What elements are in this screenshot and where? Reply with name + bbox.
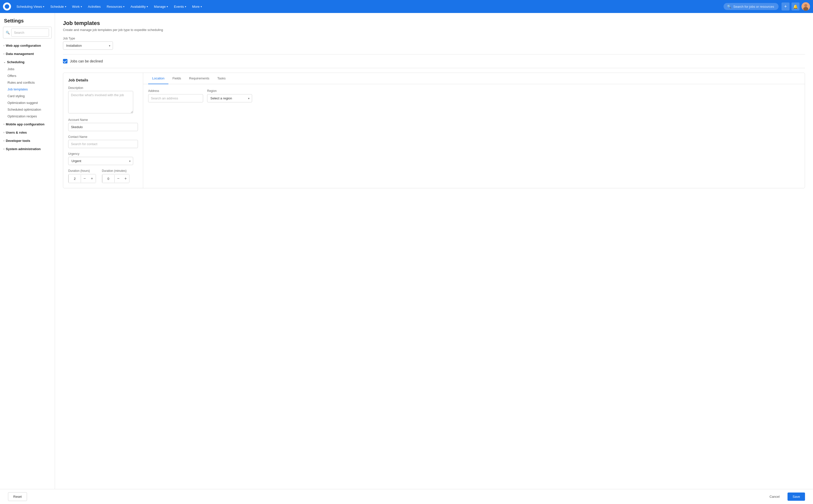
sidebar-title: Settings [0,13,55,27]
duration-hours-field: Duration (hours) 2 − + [68,169,96,183]
nav-activities[interactable]: Activities [85,3,103,10]
nav-work[interactable]: Work ▾ [70,3,84,10]
address-region-row: Address Region Select a region [148,89,800,102]
duration-minutes-increment[interactable]: + [122,174,129,183]
nav-more[interactable]: More ▾ [190,3,204,10]
global-search[interactable]: 🔍 Search for jobs or resources [724,3,779,10]
sidebar-item-web-app-configuration[interactable]: › Web app configuration [0,42,55,49]
account-name-input[interactable] [68,123,138,131]
contact-name-input[interactable] [68,140,138,148]
footer-right: Cancel Save [765,493,805,501]
tab-location[interactable]: Location [148,73,168,84]
page-footer: Reset Cancel Save [0,489,813,504]
main-content: Job templates Create and manage job temp… [55,13,813,504]
chevron-down-icon: ▾ [185,5,186,8]
job-details-card: Job Details Description Account Name Con… [63,73,805,188]
card-right-panel: Location Fields Requirements Tasks Addre… [143,73,805,188]
nav-scheduling-views[interactable]: Scheduling Views ▾ [14,3,47,10]
svg-point-1 [804,4,807,7]
sidebar-item-scheduled-optimization[interactable]: Scheduled optimization [0,106,55,113]
card-tabs: Location Fields Requirements Tasks [143,73,805,84]
sidebar-group-web-app: › Web app configuration [0,41,55,50]
sidebar-item-optimization-suggest[interactable]: Optimization suggest [0,99,55,106]
cancel-button[interactable]: Cancel [765,493,785,501]
chevron-right-icon: › [3,44,4,47]
duration-minutes-value: 0 [102,175,115,183]
sidebar-item-optimization-recipes[interactable]: Optimization recipes [0,113,55,120]
search-icon: 🔍 [6,31,10,34]
nav-resources[interactable]: Resources ▾ [104,3,127,10]
sidebar: Settings 🔍 › Web app configuration › Dat… [0,13,55,504]
urgency-label: Urgency [68,152,138,156]
region-label: Region [207,89,252,93]
card-left-panel: Job Details Description Account Name Con… [63,73,143,188]
nav-manage[interactable]: Manage ▾ [151,3,170,10]
sidebar-search-container: 🔍 [3,27,52,38]
chevron-down-icon: ▾ [201,5,202,8]
avatar[interactable] [802,2,810,11]
region-field: Region Select a region ▾ [207,89,252,102]
address-input[interactable] [148,94,203,102]
chevron-down-icon: ⌄ [3,61,5,63]
duration-minutes-decrement[interactable]: − [115,174,122,183]
duration-hours-decrement[interactable]: − [81,174,88,183]
save-button[interactable]: Save [788,493,805,501]
sidebar-item-offers[interactable]: Offers [0,72,55,79]
sidebar-group-mobile-app: › Mobile app configuration [0,120,55,128]
app-logo[interactable] [3,2,11,10]
page-subtitle: Create and manage job templates per job … [63,28,805,32]
sidebar-search-input[interactable] [11,28,49,37]
duration-hours-label: Duration (hours) [68,169,96,173]
sidebar-item-scheduling[interactable]: ⌄ Scheduling [0,58,55,66]
address-label: Address [148,89,203,93]
reset-button[interactable]: Reset [8,492,27,501]
duration-hours-increment[interactable]: + [88,174,95,183]
sidebar-item-mobile-app-configuration[interactable]: › Mobile app configuration [0,121,55,128]
sidebar-item-job-templates[interactable]: Job templates [0,86,55,93]
duration-minutes-field: Duration (minutes) 0 − + [102,169,130,183]
nav-availability[interactable]: Availability ▾ [128,3,150,10]
chevron-right-icon: › [3,123,4,126]
urgency-select-wrapper: Urgent Normal Low ▾ [68,157,133,165]
chevron-right-icon: › [3,139,4,142]
sidebar-item-rules-conflicts[interactable]: Rules and conflicts [0,79,55,86]
add-button[interactable]: + [782,2,790,10]
jobs-declined-label: Jobs can be declined [70,59,103,63]
jobs-declined-checkbox[interactable] [63,59,67,63]
tab-tasks[interactable]: Tasks [213,73,230,84]
chevron-down-icon: ▾ [43,5,44,8]
job-type-field: Job Type Installation Maintenance Inspec… [63,37,805,50]
navbar-actions: + 🔔 [782,2,810,11]
description-label: Description [68,86,138,90]
chevron-down-icon: ▾ [81,5,82,8]
sidebar-item-jobs[interactable]: Jobs [0,66,55,72]
urgency-field: Urgency Urgent Normal Low ▾ [68,152,138,165]
contact-name-label: Contact Name [68,135,138,139]
description-textarea[interactable] [68,91,133,113]
account-name-label: Account Name [68,118,138,122]
sidebar-item-users-roles[interactable]: › Users & roles [0,129,55,136]
tab-requirements[interactable]: Requirements [185,73,213,84]
chevron-down-icon: ▾ [65,5,66,8]
job-type-select-wrapper: Installation Maintenance Inspection Repa… [63,41,113,50]
tab-fields[interactable]: Fields [168,73,185,84]
sidebar-group-data-management: › Data management [0,50,55,58]
app-layout: Settings 🔍 › Web app configuration › Dat… [0,13,813,504]
duration-minutes-stepper: 0 − + [102,174,130,183]
nav-events[interactable]: Events ▾ [171,3,189,10]
sidebar-item-system-administration[interactable]: › System administration [0,145,55,153]
sidebar-item-developer-tools[interactable]: › Developer tools [0,137,55,144]
notifications-icon[interactable]: 🔔 [792,2,800,10]
jobs-declined-row: Jobs can be declined [63,59,805,63]
description-field: Description [68,86,138,114]
sidebar-item-data-management[interactable]: › Data management [0,50,55,57]
location-tab-content: Address Region Select a region [143,84,805,107]
card-inner: Job Details Description Account Name Con… [63,73,805,188]
job-type-select[interactable]: Installation Maintenance Inspection Repa… [63,41,113,50]
sidebar-item-card-styling[interactable]: Card styling [0,93,55,99]
duration-group: Duration (hours) 2 − + Duration (minutes… [68,169,138,183]
region-select[interactable]: Select a region [207,94,252,102]
urgency-select[interactable]: Urgent Normal Low [68,157,133,165]
sidebar-group-users-roles: › Users & roles [0,128,55,137]
nav-schedule[interactable]: Schedule ▾ [48,3,68,10]
